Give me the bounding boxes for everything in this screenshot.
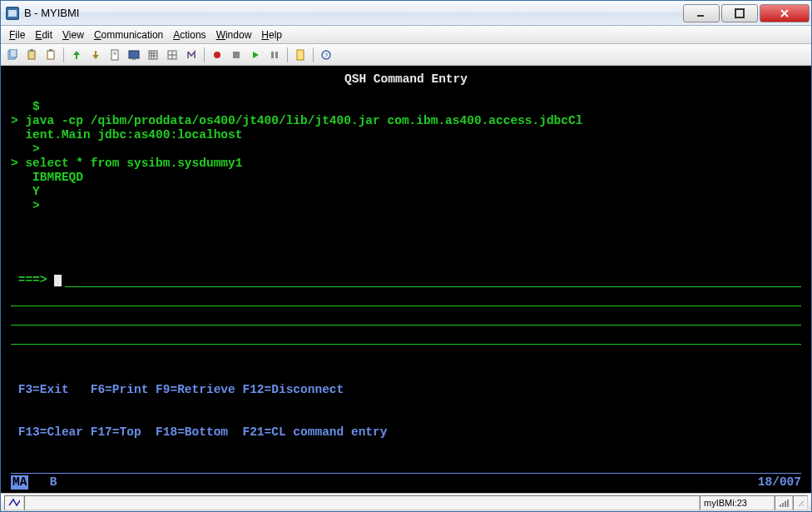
svg-point-21 xyxy=(214,52,220,58)
menu-actions[interactable]: Actions xyxy=(168,27,210,42)
copy-icon[interactable] xyxy=(4,47,21,63)
svg-rect-6 xyxy=(47,51,54,59)
svg-rect-23 xyxy=(271,52,274,58)
document-icon[interactable] xyxy=(106,47,123,63)
screen-title: QSH Command Entry xyxy=(11,72,801,87)
svg-rect-31 xyxy=(787,500,789,507)
svg-rect-1 xyxy=(735,9,744,17)
svg-rect-30 xyxy=(785,501,786,507)
svg-rect-25 xyxy=(297,50,304,60)
minimize-button[interactable] xyxy=(683,4,720,22)
menu-edit[interactable]: Edit xyxy=(30,27,57,42)
svg-rect-22 xyxy=(233,52,240,58)
resize-grip[interactable] xyxy=(793,495,808,510)
terminal-screen[interactable]: QSH Command Entry $> java -cp /qibm/prod… xyxy=(1,66,811,493)
note-icon[interactable] xyxy=(292,47,309,63)
svg-rect-3 xyxy=(10,49,17,57)
terminal-icon xyxy=(6,7,19,20)
macro-icon[interactable] xyxy=(183,47,200,63)
menu-file[interactable]: File xyxy=(4,27,30,42)
toolbar-separator xyxy=(204,47,205,62)
grid-icon[interactable] xyxy=(164,47,181,63)
menu-help[interactable]: Help xyxy=(256,27,287,42)
download-icon[interactable] xyxy=(87,47,104,63)
status-session: B xyxy=(50,475,57,490)
menu-view[interactable]: View xyxy=(57,27,89,42)
menubar: File Edit View Communication Actions Win… xyxy=(1,26,811,44)
screen-icon[interactable] xyxy=(126,47,142,63)
toolbar-separator xyxy=(63,47,64,62)
window-title: B - MYIBMI xyxy=(24,7,683,19)
titlebar: B - MYIBMI xyxy=(1,1,811,26)
menu-communication[interactable]: Communication xyxy=(89,27,168,42)
toolbar-separator xyxy=(313,47,314,62)
svg-rect-13 xyxy=(149,51,157,59)
status-message xyxy=(24,495,700,510)
continuation-lines[interactable] xyxy=(11,292,801,350)
record-icon[interactable] xyxy=(209,47,225,63)
toolbar-separator xyxy=(287,47,288,62)
command-line[interactable]: ===> xyxy=(11,273,801,287)
command-prompt: ===> xyxy=(11,273,54,287)
status-signal-icon xyxy=(775,495,793,510)
status-connection: myIBMi:23 xyxy=(700,495,775,510)
svg-rect-28 xyxy=(780,505,781,507)
function-keys: F3=Exit F6=Print F9=Retrieve F12=Disconn… xyxy=(11,355,801,468)
output-area: $> java -cp /qibm/proddata/os400/jt400/l… xyxy=(11,100,801,213)
menu-window[interactable]: Window xyxy=(211,27,257,42)
svg-text:?: ? xyxy=(324,52,329,59)
svg-rect-24 xyxy=(275,52,278,58)
pause-icon[interactable] xyxy=(266,47,283,63)
clipboard-icon[interactable] xyxy=(42,47,59,63)
play-icon[interactable] xyxy=(247,47,264,63)
cursor-position: 18/007 xyxy=(758,475,801,490)
close-button[interactable] xyxy=(760,4,810,22)
maximize-button[interactable] xyxy=(721,4,758,22)
svg-rect-0 xyxy=(697,15,704,17)
svg-rect-29 xyxy=(782,503,784,507)
status-ma-indicator: MA xyxy=(11,475,28,490)
statusbar: myIBMi:23 xyxy=(1,493,811,511)
svg-rect-12 xyxy=(132,58,136,60)
window-controls xyxy=(683,4,810,22)
paste-icon[interactable] xyxy=(23,47,40,63)
svg-rect-4 xyxy=(28,51,35,59)
svg-rect-8 xyxy=(111,50,118,60)
upload-icon[interactable] xyxy=(68,47,85,63)
status-net-icon xyxy=(4,495,24,510)
command-input[interactable] xyxy=(65,273,801,287)
app-window: B - MYIBMI File Edit View Communication … xyxy=(0,0,812,512)
keypad-icon[interactable] xyxy=(145,47,161,63)
terminal-status-row: MA B 18/007 xyxy=(11,473,801,490)
toolbar: ? xyxy=(1,44,811,66)
svg-rect-11 xyxy=(129,51,139,58)
help-icon[interactable]: ? xyxy=(318,47,334,63)
text-cursor xyxy=(54,275,62,286)
stop-icon[interactable] xyxy=(228,47,245,63)
svg-rect-5 xyxy=(30,49,33,52)
svg-rect-7 xyxy=(49,49,52,52)
